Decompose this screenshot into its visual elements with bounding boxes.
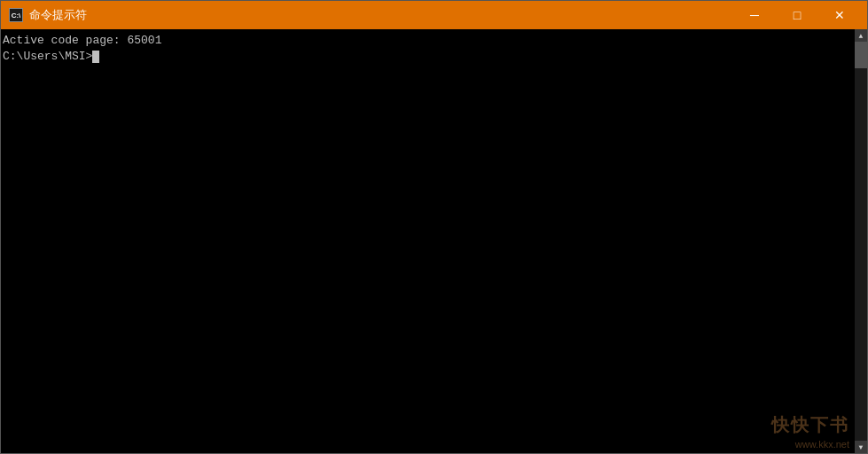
cmd-icon-symbol: C:\ bbox=[9, 8, 23, 22]
close-button[interactable]: ✕ bbox=[819, 3, 860, 27]
titlebar-left: C:\ 命令提示符 bbox=[8, 7, 87, 23]
cmd-window: C:\ 命令提示符 ─ □ ✕ Active code page: 65001 … bbox=[0, 0, 868, 454]
scroll-down-arrow[interactable]: ▼ bbox=[855, 441, 867, 453]
scrollbar[interactable]: ▲ ▼ bbox=[855, 29, 867, 453]
terminal-line-1: Active code page: 65001 bbox=[3, 33, 864, 49]
titlebar: C:\ 命令提示符 ─ □ ✕ bbox=[1, 1, 867, 29]
window-title: 命令提示符 bbox=[29, 7, 87, 23]
scroll-up-arrow[interactable]: ▲ bbox=[855, 29, 867, 42]
maximize-button[interactable]: □ bbox=[777, 3, 817, 27]
cursor bbox=[92, 51, 99, 63]
minimize-button[interactable]: ─ bbox=[734, 3, 775, 27]
app-icon: C:\ bbox=[8, 7, 24, 23]
terminal-output: Active code page: 65001 C:\Users\MSI> bbox=[1, 29, 867, 453]
terminal-line-2: C:\Users\MSI> bbox=[3, 49, 864, 65]
scroll-track[interactable] bbox=[855, 42, 867, 441]
window-controls: ─ □ ✕ bbox=[734, 3, 860, 27]
terminal-area[interactable]: Active code page: 65001 C:\Users\MSI> ▲ … bbox=[1, 29, 867, 453]
scroll-thumb[interactable] bbox=[855, 42, 867, 68]
